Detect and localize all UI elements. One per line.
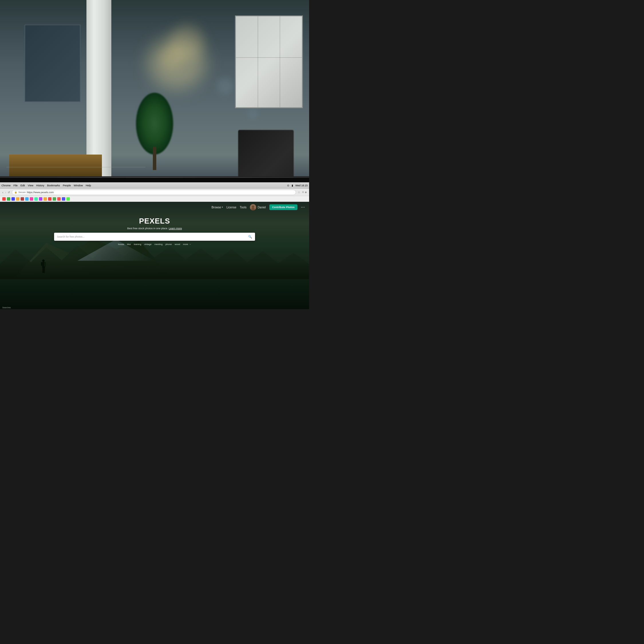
bookmark-6[interactable]	[25, 197, 29, 201]
person-hiker	[37, 259, 50, 278]
svg-rect-2	[44, 262, 46, 266]
forward-button[interactable]: ›	[5, 191, 6, 194]
tag-house[interactable]: house	[118, 243, 124, 246]
svg-rect-4	[44, 268, 45, 273]
contribute-photos-button[interactable]: Contribute Photos	[269, 204, 298, 210]
bookmark-5[interactable]	[21, 197, 24, 201]
license-link[interactable]: License	[226, 206, 236, 209]
svg-point-0	[42, 259, 44, 262]
bookmark-3[interactable]	[11, 197, 15, 201]
bookmark-2[interactable]	[7, 197, 10, 201]
menu-file[interactable]: File	[13, 184, 18, 187]
battery-icon: ▮	[292, 184, 293, 187]
pexels-nav-right: Browse ▾ License Tools	[212, 204, 305, 210]
bookmark-14[interactable]	[62, 197, 65, 201]
window-divider-h	[236, 57, 302, 58]
search-placeholder-text: Search for free photos...	[57, 235, 246, 238]
tag-phone[interactable]: phone	[165, 243, 172, 246]
back-button[interactable]: ‹	[2, 191, 3, 194]
tag-blur[interactable]: blur	[127, 243, 131, 246]
ext-icon-2[interactable]: ◉	[305, 191, 307, 193]
secure-label: Secure	[18, 191, 25, 193]
learn-more-link[interactable]: Learn more	[169, 227, 182, 230]
reload-button[interactable]: ↺	[8, 191, 10, 194]
bookmark-15[interactable]	[66, 197, 70, 201]
user-area: Daniel	[250, 204, 266, 210]
lock-icon: 🔒	[14, 191, 17, 193]
bookmark-4[interactable]	[16, 197, 19, 201]
tag-training[interactable]: training	[134, 243, 141, 246]
bookmark-8[interactable]	[34, 197, 38, 201]
search-icon: 🔍	[248, 235, 252, 239]
more-tags[interactable]: more →	[183, 243, 191, 246]
pexels-hero-content: PEXELS Best free stock photos in one pla…	[0, 213, 309, 246]
background-window-left	[25, 25, 80, 102]
quick-search-tags: house blur training vintage meeting phon…	[118, 243, 191, 246]
menu-history[interactable]: History	[36, 184, 44, 187]
menu-chrome[interactable]: Chrome	[1, 184, 11, 187]
bookmark-11[interactable]	[48, 197, 52, 201]
bookmarks-bar	[0, 196, 309, 202]
pexels-tagline: Best free stock photos in one place. Lea…	[127, 227, 182, 230]
star-icon[interactable]: ☆	[298, 191, 300, 194]
pexels-website: Browse ▾ License Tools	[0, 202, 309, 309]
extensions-area: ⚙ ◉	[302, 191, 307, 193]
bookmark-7[interactable]	[30, 197, 33, 201]
menu-window[interactable]: Window	[74, 184, 83, 187]
mac-tab-bar: Chrome File Edit View History Bookmarks …	[0, 182, 309, 189]
tag-wood[interactable]: wood	[175, 243, 180, 246]
ext-icon-1[interactable]: ⚙	[302, 191, 304, 193]
wifi-icon: ⊙	[287, 184, 289, 187]
clock: Wed 16:15	[295, 184, 308, 187]
address-bar-row: ‹ › ↺ 🔒 Secure https://www.pexels.com ☆ …	[0, 189, 309, 196]
url-display: https://www.pexels.com	[27, 191, 54, 194]
svg-point-7	[252, 206, 254, 208]
plant	[136, 93, 173, 170]
menu-view[interactable]: View	[28, 184, 33, 187]
menu-people[interactable]: People	[63, 184, 71, 187]
searches-footer-label: Searches	[2, 307, 11, 309]
address-bar[interactable]: 🔒 Secure https://www.pexels.com	[12, 190, 296, 195]
mac-menu: Chrome File Edit View History Bookmarks …	[1, 184, 91, 187]
screen-edge	[0, 177, 309, 178]
search-bar[interactable]: Search for free photos... 🔍	[54, 233, 255, 241]
browse-menu[interactable]: Browse ▾	[212, 206, 223, 209]
search-container: Search for free photos... 🔍	[54, 233, 255, 241]
pexels-logo: PEXELS	[139, 217, 170, 226]
bookmark-1[interactable]	[2, 197, 6, 201]
pexels-navbar: Browse ▾ License Tools	[0, 202, 309, 213]
user-avatar[interactable]	[250, 204, 256, 210]
railing-2	[6, 167, 145, 167]
mac-status-bar: ⊙ ▮ Wed 16:15	[287, 184, 308, 187]
tools-link[interactable]: Tools	[240, 206, 246, 209]
browse-dropdown-arrow: ▾	[222, 206, 223, 208]
svg-rect-5	[41, 262, 42, 266]
more-menu-button[interactable]: ⋯	[301, 205, 305, 210]
menu-help[interactable]: Help	[86, 184, 91, 187]
tag-meeting[interactable]: meeting	[154, 243, 162, 246]
plant-leaves	[136, 93, 173, 155]
window-divider-v	[258, 16, 258, 107]
browser-window: Chrome File Edit View History Bookmarks …	[0, 182, 309, 309]
bookmark-13[interactable]	[57, 197, 61, 201]
plant-stem	[153, 147, 157, 170]
user-name-label: Daniel	[258, 206, 266, 209]
background-window-right	[235, 15, 303, 108]
menu-bookmarks[interactable]: Bookmarks	[47, 184, 60, 187]
window-divider-v2	[280, 16, 280, 107]
bookmark-10[interactable]	[44, 197, 47, 201]
bookmark-9[interactable]	[39, 197, 42, 201]
pexels-hero: Browse ▾ License Tools	[0, 202, 309, 309]
bookmark-12[interactable]	[53, 197, 56, 201]
browse-label: Browse	[212, 206, 221, 209]
svg-rect-3	[42, 268, 44, 273]
tagline-text: Best free stock photos in one place.	[127, 227, 168, 230]
tag-vintage[interactable]: vintage	[144, 243, 152, 246]
menu-edit[interactable]: Edit	[21, 184, 25, 187]
